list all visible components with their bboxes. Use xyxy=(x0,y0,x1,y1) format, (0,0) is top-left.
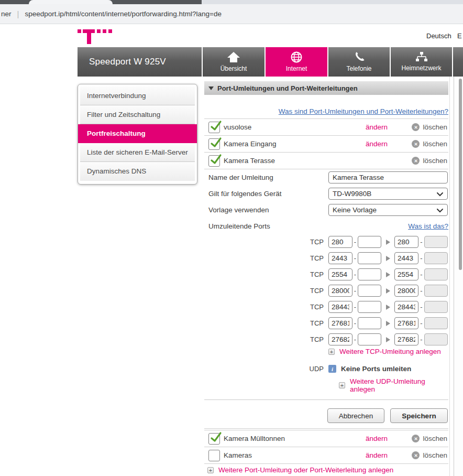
to-port-start-input[interactable] xyxy=(394,285,418,297)
arrow-right-icon xyxy=(381,240,394,245)
udp-row: UDP i Keine Ports umleiten xyxy=(204,365,448,373)
from-port-end-input[interactable] xyxy=(358,252,381,264)
delete-link[interactable]: ✕ löschen xyxy=(412,157,447,165)
device-title-block: Speedport W 925V xyxy=(78,47,202,77)
delete-link[interactable]: ✕ löschen xyxy=(412,140,447,148)
from-port-start-input[interactable] xyxy=(328,317,352,329)
rule-checkbox[interactable] xyxy=(208,138,220,150)
dash: - xyxy=(418,319,424,327)
to-port-start-input[interactable] xyxy=(394,301,418,313)
main-content: Port-Umleitungen und Port-Weiterleitunge… xyxy=(204,0,448,476)
rule-row-kameras: Kameras ändern ✕ löschen xyxy=(204,447,448,464)
protocol-label: TCP xyxy=(204,287,324,295)
scrollbar-thumb[interactable] xyxy=(459,79,462,270)
protocol-label: TCP xyxy=(204,336,324,343)
cancel-button[interactable]: Abbrechen xyxy=(327,408,384,423)
protocol-label: UDP xyxy=(204,365,324,373)
name-label: Name der Umleitung xyxy=(208,171,273,183)
protocol-label: TCP xyxy=(204,319,324,327)
tcp-port-row: TCP - - xyxy=(204,333,448,345)
sidebar-item-internetverbindung[interactable]: Internetverbindung xyxy=(80,86,195,105)
edit-link[interactable]: ändern xyxy=(366,435,388,442)
tcp-port-row: TCP - - xyxy=(204,268,448,280)
from-port-start-input[interactable] xyxy=(328,252,352,264)
edit-link[interactable]: ändern xyxy=(366,123,388,131)
address-prefix: ner xyxy=(1,10,12,18)
delete-link[interactable]: ✕ löschen xyxy=(412,123,447,131)
to-port-start-input[interactable] xyxy=(394,317,418,329)
to-port-end-input xyxy=(424,301,448,313)
content-edge-line xyxy=(449,77,450,476)
from-port-end-input[interactable] xyxy=(358,285,381,297)
tcp-port-row: TCP - - xyxy=(204,252,448,264)
to-port-start-input[interactable] xyxy=(394,333,418,345)
to-port-start-input[interactable] xyxy=(394,252,418,264)
from-port-end-input[interactable] xyxy=(358,301,381,313)
rule-row-kamera-muelltonnen: Kamera Mülltonnen ändern ✕ löschen xyxy=(204,430,448,447)
plus-icon: + xyxy=(328,349,335,355)
delete-x-icon: ✕ xyxy=(412,435,420,442)
rule-checkbox[interactable] xyxy=(208,450,220,461)
browser-tab[interactable] xyxy=(29,0,113,4)
from-port-end-input[interactable] xyxy=(358,317,381,329)
dash: - xyxy=(418,336,424,343)
add-udp-link[interactable]: + Weitere UDP-Umleitung anlegen xyxy=(339,377,448,393)
rule-name-input[interactable] xyxy=(328,171,448,183)
device-select[interactable]: TD-W9980B xyxy=(328,188,448,200)
from-port-end-input[interactable] xyxy=(358,236,381,248)
sidebar-item-dynamisches-dns[interactable]: Dynamisches DNS xyxy=(80,162,195,181)
rule-row-vusolose: vusolose ändern ✕ löschen xyxy=(204,119,448,136)
from-port-start-input[interactable] xyxy=(328,333,352,345)
arrow-right-icon xyxy=(381,321,394,326)
ports-label: Umzuleitende Ports xyxy=(208,220,270,232)
ports-help-link[interactable]: Was ist das? xyxy=(408,222,448,230)
from-port-start-input[interactable] xyxy=(328,285,352,297)
to-port-end-input xyxy=(424,252,448,264)
chevron-down-icon xyxy=(437,192,443,197)
template-label: Vorlage verwenden xyxy=(208,204,269,216)
edit-link[interactable]: ändern xyxy=(366,140,388,148)
to-port-end-input xyxy=(424,268,448,280)
to-port-start-input[interactable] xyxy=(394,236,418,248)
section-header-portumleitungen[interactable]: Port-Umleitungen und Port-Weiterleitunge… xyxy=(204,81,448,95)
from-port-start-input[interactable] xyxy=(328,301,352,313)
form-row-name: Name der Umleitung xyxy=(204,171,448,183)
language-link-english[interactable]: E xyxy=(457,32,462,40)
delete-link[interactable]: ✕ löschen xyxy=(412,435,447,442)
from-port-end-input[interactable] xyxy=(358,333,381,345)
scrollbar[interactable] xyxy=(454,77,463,476)
to-port-start-input[interactable] xyxy=(394,268,418,280)
protocol-label: TCP xyxy=(204,303,324,311)
info-icon[interactable]: i xyxy=(328,365,336,373)
rule-name: Kameras xyxy=(224,451,252,459)
dash: - xyxy=(352,271,358,278)
rule-checkbox[interactable] xyxy=(208,155,220,167)
from-port-end-input[interactable] xyxy=(358,268,381,280)
dash: - xyxy=(352,303,358,311)
divider xyxy=(204,428,448,429)
add-tcp-link[interactable]: + Weitere TCP-Umleitung anlegen xyxy=(328,348,441,355)
delete-link[interactable]: ✕ löschen xyxy=(412,451,447,459)
arrow-right-icon xyxy=(381,305,394,310)
port-help-link[interactable]: Was sind Port-Umleitungen und Port-Weite… xyxy=(279,107,448,115)
delete-x-icon: ✕ xyxy=(412,123,420,131)
sidebar-item-email-server[interactable]: Liste der sicheren E-Mail-Server xyxy=(80,143,195,162)
dash: - xyxy=(418,303,424,311)
from-port-start-input[interactable] xyxy=(328,236,352,248)
sidebar-item-portfreischaltung[interactable]: Portfreischaltung xyxy=(78,124,197,143)
to-port-end-input xyxy=(424,333,448,345)
rule-row-kamera-terasse: Kamera Terasse ändern ✕ löschen xyxy=(204,153,448,169)
plus-icon: + xyxy=(339,382,345,388)
tcp-port-row: TCP - - xyxy=(204,236,448,248)
template-select[interactable]: Keine Vorlage xyxy=(328,204,448,216)
rule-checkbox[interactable] xyxy=(208,433,220,445)
rule-checkbox[interactable] xyxy=(208,122,220,133)
arrow-right-icon xyxy=(381,337,394,342)
add-rule-link[interactable]: + Weitere Port-Umleitung oder Port-Weite… xyxy=(207,466,393,474)
sidebar-item-filter-und-zeitschaltung[interactable]: Filter und Zeitschaltung xyxy=(80,105,195,124)
form-row-ports: Umzuleitende Ports Was ist das? xyxy=(204,220,448,232)
save-button[interactable]: Speichern xyxy=(390,408,448,423)
tab-partial xyxy=(453,47,463,77)
edit-link[interactable]: ändern xyxy=(366,451,388,459)
from-port-start-input[interactable] xyxy=(328,268,352,280)
